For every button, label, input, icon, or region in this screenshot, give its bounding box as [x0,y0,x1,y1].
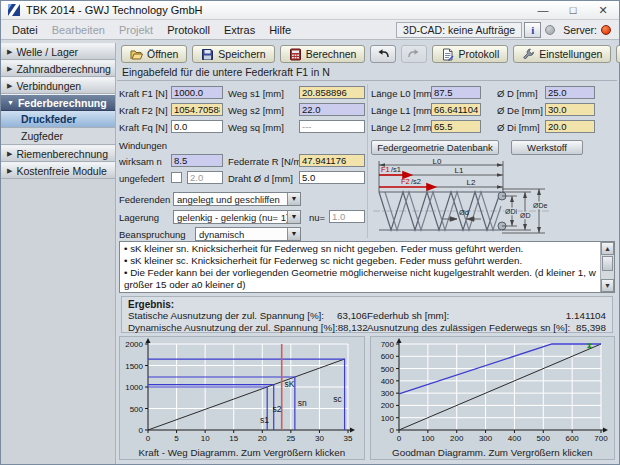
app-logo-icon [7,3,21,17]
main-panel: Öffnen Speichern Berechnen Protokoll [117,40,619,464]
federrate-input[interactable] [299,154,365,167]
scroll-up-icon[interactable]: ▲ [601,242,614,255]
svg-text:500: 500 [130,405,144,414]
kraft-f1-label: Kraft F1 [N] [119,88,168,99]
weg-s1-input[interactable] [299,86,365,99]
sidebar-item-verbindungen[interactable]: ▶Verbindungen [1,77,115,94]
laenge-l1-input[interactable] [431,103,481,116]
sidebar-item-druckfeder[interactable]: Druckfeder [1,111,115,128]
federgeometrie-datenbank-button[interactable]: Federgeometrie Datenbank [371,140,499,155]
laenge-l1-label: Länge L1 [mm] [371,105,434,116]
svg-text:0: 0 [139,426,144,435]
svg-text:sc: sc [333,394,342,404]
menu-bar: Datei Bearbeiten Projekt Protokoll Extra… [1,20,619,40]
help-button[interactable]: Hilfe [616,45,620,63]
sidebar-item-federberechnung[interactable]: ▼Federberechnung [1,94,115,111]
kraft-f1-input[interactable] [171,86,223,99]
close-button[interactable]: ✕ [597,4,609,17]
warnings-scrollbar[interactable]: ▲ ▼ [600,242,614,292]
kraft-fq-input[interactable] [171,120,223,133]
kraft-f2-input[interactable] [171,103,223,116]
svg-text:700: 700 [380,340,394,349]
goodman-chart[interactable]: 0100200300400500600700010020030040050060… [370,336,616,460]
result-value: 1.141104 [551,310,607,322]
open-folder-icon [130,48,143,61]
sidebar-item-riemenberechnung[interactable]: ▶Riemenberechnung [1,145,115,162]
federenden-select[interactable]: angelegt und geschliffen▼ [173,192,301,206]
ungefedert-checkbox[interactable] [171,172,182,183]
beanspruchung-label: Beanspruchung [119,229,186,240]
weg-sq-label: Weg sq [mm] [228,122,284,133]
menu-protokoll[interactable]: Protokoll [160,22,217,38]
draht-d-input[interactable] [299,171,365,184]
svg-text:sK: sK [285,379,295,389]
wirksam-n-label: wirksam n [119,156,162,167]
sidebar-item-zugfeder[interactable]: Zugfeder [1,128,115,145]
svg-text:s1: s1 [260,415,269,425]
svg-text:0: 0 [396,434,401,443]
sidebar-item-welle-lager[interactable]: ▶Welle / Lager [1,43,115,60]
weg-s2-input[interactable] [299,103,365,116]
svg-text:500: 500 [380,365,394,374]
svg-text:600: 600 [565,434,579,443]
svg-text:s2: s2 [273,404,282,414]
werkstoff-button[interactable]: Werkstoff [511,140,583,155]
chevron-right-icon: ▶ [7,82,12,90]
result-row: Dynamische Ausnutzung der zul. Spannung … [128,322,367,334]
warning-line: • Die Feder kann bei der vorliegenden Ge… [124,267,596,291]
sidebar-item-zahnradberechnung[interactable]: ▶Zahnradberechnung [1,60,115,77]
redo-arrow-icon [407,48,421,60]
dim-di-label: ØDi [505,208,518,215]
ungefedert-label: ungefedert [119,173,164,184]
scrollbar-thumb[interactable] [602,256,613,271]
redo-button [401,45,427,63]
result-row: Statische Ausnutzung der zul. Spannung [… [128,310,367,322]
laenge-l0-input[interactable] [431,86,481,99]
result-value: 88,132 [338,322,368,334]
svg-text:500: 500 [536,434,550,443]
scroll-down-icon[interactable]: ▼ [601,279,614,292]
draht-d-label: Draht Ø d [mm] [228,173,293,184]
menu-hilfe[interactable]: Hilfe [262,22,298,38]
di-innen-input[interactable] [545,120,595,133]
svg-text:5: 5 [174,434,179,443]
wrench-icon [522,48,535,61]
minimize-button[interactable]: — [537,4,549,17]
force-f2-label: F2 [401,177,410,186]
d-mittel-input[interactable] [545,86,595,99]
de-aussen-input[interactable] [545,103,595,116]
chevron-right-icon: ▶ [7,65,12,73]
maximize-button[interactable]: □ [567,4,579,17]
beanspruchung-select[interactable]: dynamisch▼ [195,227,301,241]
force-f1-label: F1 [381,165,390,174]
undo-button[interactable] [370,45,396,63]
kraft-weg-chart[interactable]: 051015202530350500100015002000s1s2sKsnsc… [119,336,365,460]
results-heading: Ergebnis: [128,299,606,310]
info-button[interactable]: i [524,22,541,38]
protocol-button[interactable]: Protokoll [432,45,508,63]
menu-datei[interactable]: Datei [5,22,45,38]
goodman-caption: Goodman Diagramm. Zum Vergrößern klicken [371,447,615,458]
laenge-l2-input[interactable] [431,120,481,133]
wirksam-n-input[interactable] [171,154,223,167]
federenden-label: Federenden [119,194,170,205]
sidebar-item-kostenfreie-module[interactable]: ▶Kostenfreie Module [1,162,115,179]
result-value: 63,106 [337,310,367,322]
menu-extras[interactable]: Extras [217,22,262,38]
svg-text:0: 0 [146,434,151,443]
calculate-button[interactable]: Berechnen [280,45,366,63]
svg-text:100: 100 [380,414,394,423]
laenge-l0-label: Länge L0 [mm] [371,88,434,99]
lagerung-select[interactable]: gelenkig - gelenkig (nu= 1)▼ [173,210,301,224]
chevron-right-icon: ▶ [7,48,12,56]
svg-text:1000: 1000 [125,383,143,392]
open-button[interactable]: Öffnen [121,45,187,63]
save-button[interactable]: Speichern [192,45,274,63]
svg-text:10: 10 [201,434,210,443]
svg-text:600: 600 [380,352,394,361]
settings-button[interactable]: Einstellungen [513,45,611,63]
lagerung-label: Lagerung [119,212,159,223]
chevron-down-icon: ▼ [7,99,14,106]
dim-de-label: ØDe [533,202,548,209]
windungen-label: Windungen [119,140,167,151]
